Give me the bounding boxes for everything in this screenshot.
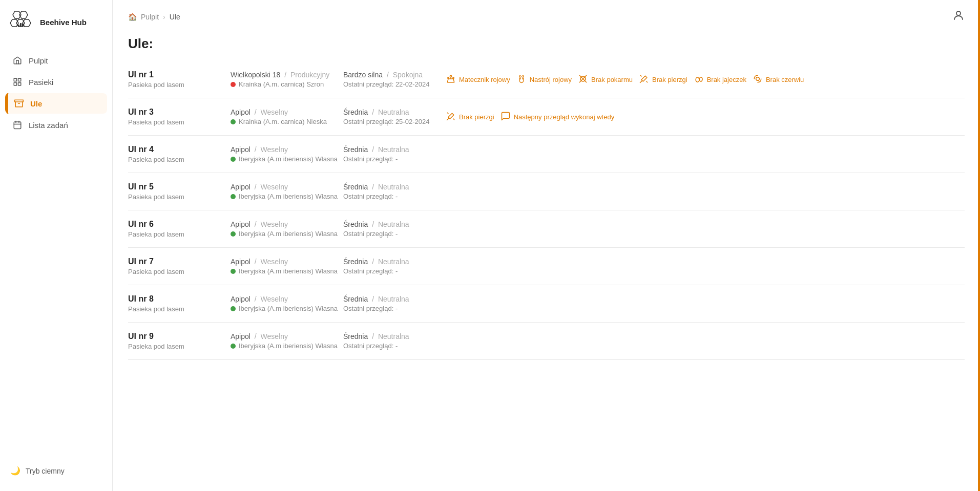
alert-badge: Brak pokarmu (578, 74, 633, 86)
alert-badge: Brak czerwiu (753, 74, 804, 86)
hive-info-col: Apipol / Weselny Krainka (A.m. carnica) … (231, 108, 343, 125)
hive-apiary-type: Wielkopolski 18 / Produkcyjny (231, 71, 343, 79)
main-content: 🏠 Pulpit › Ule Ule: Ul nr 1 Pasieka pod … (113, 0, 980, 491)
hive-strength-temperament: Średnia / Neutralna (343, 108, 446, 116)
hive-name: Ul nr 5 (128, 182, 231, 191)
breadcrumb: 🏠 Pulpit › Ule (128, 13, 180, 21)
svg-point-33 (756, 77, 760, 80)
hive-row[interactable]: Ul nr 3 Pasieka pod lasem Apipol / Wesel… (128, 98, 965, 136)
user-profile-button[interactable] (952, 9, 965, 25)
alert-badge: Brak pierzgi (446, 111, 494, 123)
svg-rect-14 (14, 122, 21, 129)
calendar-icon (12, 120, 23, 130)
hive-row[interactable]: Ul nr 1 Pasieka pod lasem Wielkopolski 1… (128, 61, 965, 98)
hive-last-review: Ostatni przegląd: - (343, 230, 446, 238)
dark-mode-toggle[interactable]: 🌙 Tryb ciemny (0, 461, 112, 481)
hive-last-review: Ostatni przegląd: 22-02-2024 (343, 80, 446, 88)
svg-line-29 (640, 81, 641, 82)
svg-point-23 (519, 76, 524, 82)
hive-row[interactable]: Ul nr 9 Pasieka pod lasem Apipol / Wesel… (128, 323, 965, 360)
hive-info-col: Apipol / Weselny Iberyjska (A.m iberiens… (231, 332, 343, 350)
alert-badge: Następny przegląd wykonaj wtedy (501, 111, 615, 123)
alert-label: Nastrój rojowy (530, 76, 572, 83)
hive-status-col: Średnia / Neutralna Ostatni przegląd: - (343, 145, 446, 163)
hive-last-review: Ostatni przegląd: 25-02-2024 (343, 118, 446, 125)
bee-status-dot (231, 157, 236, 162)
bee-status-dot (231, 344, 236, 349)
svg-rect-9 (18, 78, 21, 81)
hive-row[interactable]: Ul nr 5 Pasieka pod lasem Apipol / Wesel… (128, 173, 965, 210)
hive-apiary-type: Apipol / Weselny (231, 108, 343, 116)
svg-line-35 (453, 119, 454, 120)
hive-apiary-type: Apipol / Weselny (231, 332, 343, 340)
hive-info-col: Apipol / Weselny Iberyjska (A.m iberiens… (231, 295, 343, 312)
hive-apiary-type: Apipol / Weselny (231, 258, 343, 266)
hive-strength-temperament: Bardzo silna / Spokojna (343, 71, 446, 79)
svg-rect-8 (14, 78, 16, 81)
alert-badge: Brak jajeczek (694, 74, 746, 86)
topbar: 🏠 Pulpit › Ule (128, 0, 965, 30)
svg-point-32 (699, 77, 702, 81)
hive-strength-temperament: Średnia / Neutralna (343, 220, 446, 228)
alert-icon-queen (446, 74, 456, 86)
bee-status-dot (231, 82, 236, 87)
svg-point-24 (520, 78, 520, 79)
alert-label: Brak jajeczek (707, 76, 746, 83)
alert-badge: Nastrój rojowy (516, 74, 572, 86)
sidebar-item-pasieki[interactable]: Pasieki (5, 72, 107, 92)
hive-row[interactable]: Ul nr 7 Pasieka pod lasem Apipol / Wesel… (128, 248, 965, 285)
alert-label: Brak pierzgi (459, 113, 494, 121)
alert-label: Następny przegląd wykonaj wtedy (514, 113, 615, 121)
sidebar-item-ule[interactable]: Ule (5, 93, 107, 114)
sidebar-item-pulpit[interactable]: Pulpit (5, 50, 107, 71)
sidebar-item-label: Pulpit (29, 56, 48, 65)
svg-point-31 (696, 77, 699, 82)
hive-last-review: Ostatni przegląd: - (343, 342, 446, 350)
hive-bee-race: Iberyjska (A.m iberiensis) Własna (231, 305, 343, 312)
sidebar-item-lista-zadan[interactable]: Lista zadań (5, 115, 107, 135)
svg-point-20 (448, 77, 449, 79)
logo-area: Beehive Hub (0, 0, 112, 45)
hive-bee-race: Iberyjska (A.m iberiensis) Własna (231, 230, 343, 238)
sidebar: Beehive Hub Pulpit Pasieki (0, 0, 113, 491)
hive-row[interactable]: Ul nr 4 Pasieka pod lasem Apipol / Wesel… (128, 136, 965, 173)
hive-location: Pasieka pod lasem (128, 230, 231, 238)
hive-row[interactable]: Ul nr 6 Pasieka pod lasem Apipol / Wesel… (128, 210, 965, 248)
hive-info-col: Apipol / Weselny Iberyjska (A.m iberiens… (231, 258, 343, 275)
hive-status-col: Średnia / Neutralna Ostatni przegląd: - (343, 332, 446, 350)
sidebar-item-label: Ule (30, 99, 42, 108)
alert-icon-frames (446, 111, 456, 123)
hive-bee-race: Iberyjska (A.m iberiensis) Własna (231, 342, 343, 350)
sidebar-item-label: Pasieki (29, 78, 53, 87)
bee-status-dot (231, 231, 236, 237)
svg-marker-4 (23, 19, 31, 27)
hive-status-col: Średnia / Neutralna Ostatni przegląd: - (343, 183, 446, 200)
hive-name: Ul nr 1 (128, 70, 231, 79)
hive-last-review: Ostatni przegląd: - (343, 193, 446, 200)
hive-location: Pasieka pod lasem (128, 156, 231, 163)
hive-bee-race: Iberyjska (A.m iberiensis) Własna (231, 267, 343, 275)
grid-icon (12, 77, 23, 87)
hive-apiary-type: Apipol / Weselny (231, 183, 343, 191)
hive-last-review: Ostatni przegląd: - (343, 155, 446, 163)
alert-label: Brak czerwiu (766, 76, 804, 83)
hive-name: Ul nr 7 (128, 257, 231, 266)
hive-last-review: Ostatni przegląd: - (343, 267, 446, 275)
app-name: Beehive Hub (40, 18, 87, 27)
bee-status-dot (231, 194, 236, 199)
home-icon (12, 55, 23, 66)
breadcrumb-home[interactable]: Pulpit (141, 13, 159, 21)
hive-bee-race: Iberyjska (A.m iberiensis) Własna (231, 155, 343, 163)
hive-row[interactable]: Ul nr 8 Pasieka pod lasem Apipol / Wesel… (128, 285, 965, 323)
hive-name: Ul nr 6 (128, 220, 231, 229)
hive-list: Ul nr 1 Pasieka pod lasem Wielkopolski 1… (128, 61, 965, 360)
hive-status-col: Średnia / Neutralna Ostatni przegląd: - (343, 258, 446, 275)
svg-rect-5 (18, 25, 19, 27)
hive-name: Ul nr 9 (128, 332, 231, 341)
alert-label: Matecznik rojowy (459, 76, 510, 83)
hive-strength-temperament: Średnia / Neutralna (343, 183, 446, 191)
breadcrumb-separator: › (163, 13, 165, 21)
alert-icon-next-review (501, 111, 511, 123)
hive-name-col: Ul nr 3 Pasieka pod lasem (128, 108, 231, 126)
hive-name: Ul nr 3 (128, 108, 231, 117)
